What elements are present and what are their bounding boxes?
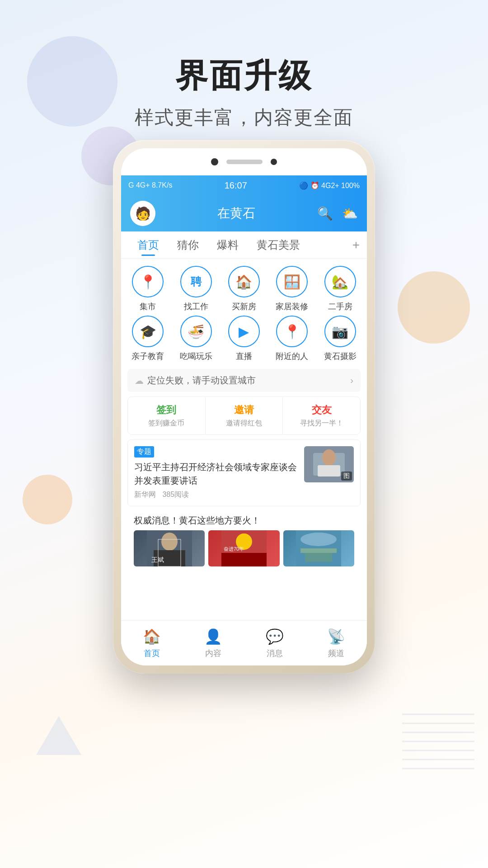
signin-title: 签到	[131, 403, 202, 417]
scroll-content: 📍 集市 聘 找工作 🏠 买新房 🪟 家居装修	[121, 259, 367, 620]
market-icon: 📍	[132, 266, 164, 297]
icon-grid: 📍 集市 聘 找工作 🏠 买新房 🪟 家居装修	[121, 259, 367, 365]
live-label: 直播	[236, 351, 252, 362]
camera-dot-left	[211, 158, 218, 165]
job-label: 找工作	[184, 301, 208, 312]
nav-message[interactable]: 💬 消息	[244, 628, 305, 659]
social-action[interactable]: 交友 寻找另一半！	[283, 397, 360, 434]
social-subtitle: 寻找另一半！	[286, 419, 357, 428]
weather-icon[interactable]: ⛅	[342, 206, 358, 221]
decor-triangle	[36, 716, 81, 755]
invite-subtitle: 邀请得红包	[209, 419, 279, 428]
invite-action[interactable]: 邀请 邀请得红包	[206, 397, 283, 434]
icon-market[interactable]: 📍 集市	[126, 266, 170, 312]
news1-source: 新华网	[134, 491, 156, 498]
social-title: 交友	[286, 403, 357, 417]
second-house-icon: 🏡	[324, 266, 356, 297]
nav-content[interactable]: 👤 内容	[183, 628, 244, 659]
news2-img-1: 王斌	[134, 530, 205, 566]
nearby-label: 附近的人	[276, 351, 308, 362]
header-title: 在黄石	[163, 205, 310, 222]
decor-bg-circle-3	[398, 271, 470, 344]
camera-area	[211, 158, 277, 165]
nearby-icon: 📍	[276, 316, 308, 347]
svg-rect-10	[318, 465, 340, 476]
signal-text: G 4G+ 8.7K/s	[128, 181, 172, 189]
decor-stripes	[402, 705, 474, 778]
svg-point-21	[300, 533, 337, 546]
tab-bar: 首页 猜你 爆料 黄石美景 +	[121, 231, 367, 259]
icon-nearby[interactable]: 📍 附近的人	[270, 316, 314, 362]
svg-text:奋进70年: 奋进70年	[224, 546, 244, 552]
location-arrow: ›	[350, 375, 353, 386]
signin-subtitle: 签到赚金币	[131, 419, 202, 428]
news1-text: 专题 习近平主持召开经济社会领域专家座谈会并发表重要讲话 新华网 385阅读	[134, 446, 299, 500]
invite-title: 邀请	[209, 403, 279, 417]
furniture-label: 家居装修	[276, 301, 308, 312]
icon-photo[interactable]: 📷 黄石摄影	[318, 316, 362, 362]
icon-furniture[interactable]: 🪟 家居装修	[270, 266, 314, 312]
news1-reads: 385阅读	[162, 491, 189, 498]
icon-education[interactable]: 🎓 亲子教育	[126, 316, 170, 362]
location-text: 定位失败，请手动设置城市	[147, 374, 256, 387]
photo-label: 黄石摄影	[324, 351, 357, 362]
nav-channel[interactable]: 📡 频道	[305, 628, 367, 659]
action-row: 签到 签到赚金币 邀请 邀请得红包 交友 寻找另一半！	[127, 396, 361, 435]
furniture-icon: 🪟	[276, 266, 308, 297]
speaker-grille	[226, 160, 263, 164]
app-header: 🧑 在黄石 🔍 ⛅	[121, 195, 367, 231]
icon-food[interactable]: 🍜 吃喝玩乐	[174, 316, 218, 362]
new-house-icon: 🏠	[228, 266, 260, 297]
news1-image: 图	[304, 446, 354, 482]
battery-text: 🔵 ⏰ 4G2+ 100%	[299, 181, 360, 190]
bottom-nav: 🏠 首页 👤 内容 💬 消息 📡 频道	[121, 620, 367, 665]
decor-bg-circle-4	[23, 475, 72, 524]
user-avatar[interactable]: 🧑	[130, 201, 155, 226]
cloud-icon: ☁	[135, 375, 144, 386]
tab-add-button[interactable]: +	[352, 238, 360, 252]
icon-job[interactable]: 聘 找工作	[174, 266, 218, 312]
phone-notch	[121, 148, 367, 175]
channel-nav-icon: 📡	[327, 628, 345, 645]
news1-meta: 新华网 385阅读	[134, 490, 299, 500]
icon-new-house[interactable]: 🏠 买新房	[222, 266, 266, 312]
top-section: 界面升级 样式更丰富，内容更全面	[0, 0, 488, 130]
icon-live[interactable]: ▶ 直播	[222, 316, 266, 362]
svg-rect-17	[221, 553, 267, 566]
tab-guess[interactable]: 猜你	[168, 234, 208, 256]
news2-images: 王斌 奋进70年	[134, 530, 354, 566]
tab-scoop[interactable]: 爆料	[208, 234, 248, 256]
tab-scenery[interactable]: 黄石美景	[248, 234, 309, 256]
status-right: 🔵 ⏰ 4G2+ 100%	[299, 181, 360, 190]
home-nav-icon: 🏠	[143, 628, 161, 645]
message-nav-icon: 💬	[266, 628, 284, 645]
news2-img-3-inner	[283, 530, 354, 566]
market-label: 集市	[140, 301, 156, 312]
main-title: 界面升级	[0, 54, 488, 98]
phone-outer-frame: G 4G+ 8.7K/s 16:07 🔵 ⏰ 4G2+ 100% 🧑 在黄石 🔍…	[113, 140, 375, 674]
signin-action[interactable]: 签到 签到赚金币	[128, 397, 206, 434]
channel-nav-label: 频道	[328, 648, 344, 659]
food-label: 吃喝玩乐	[180, 351, 212, 362]
news-card-2[interactable]: 权威消息！黄石这些地方要火！ 王斌	[127, 510, 361, 569]
svg-text:王斌: 王斌	[151, 556, 164, 563]
phone-screen: G 4G+ 8.7K/s 16:07 🔵 ⏰ 4G2+ 100% 🧑 在黄石 🔍…	[121, 148, 367, 665]
news2-img-2: 奋进70年	[208, 530, 279, 566]
news2-img-3	[283, 530, 354, 566]
live-icon: ▶	[228, 316, 260, 347]
location-bar[interactable]: ☁ 定位失败，请手动设置城市 ›	[127, 369, 361, 392]
svg-point-9	[322, 449, 336, 466]
tab-home[interactable]: 首页	[128, 234, 168, 256]
status-bar: G 4G+ 8.7K/s 16:07 🔵 ⏰ 4G2+ 100%	[121, 175, 367, 195]
news1-tag: 专题	[134, 446, 154, 458]
icon-second-house[interactable]: 🏡 二手房	[318, 266, 362, 312]
news-card-1[interactable]: 专题 习近平主持召开经济社会领域专家座谈会并发表重要讲话 新华网 385阅读	[127, 439, 361, 506]
photo-icon: 📷	[324, 316, 356, 347]
news2-img-1-inner: 王斌	[134, 530, 205, 566]
news2-title: 权威消息！黄石这些地方要火！	[134, 514, 354, 527]
camera-dot-right	[271, 159, 277, 165]
status-left: G 4G+ 8.7K/s	[128, 181, 172, 189]
search-icon[interactable]: 🔍	[317, 206, 333, 221]
food-icon: 🍜	[180, 316, 212, 347]
nav-home[interactable]: 🏠 首页	[121, 628, 183, 659]
